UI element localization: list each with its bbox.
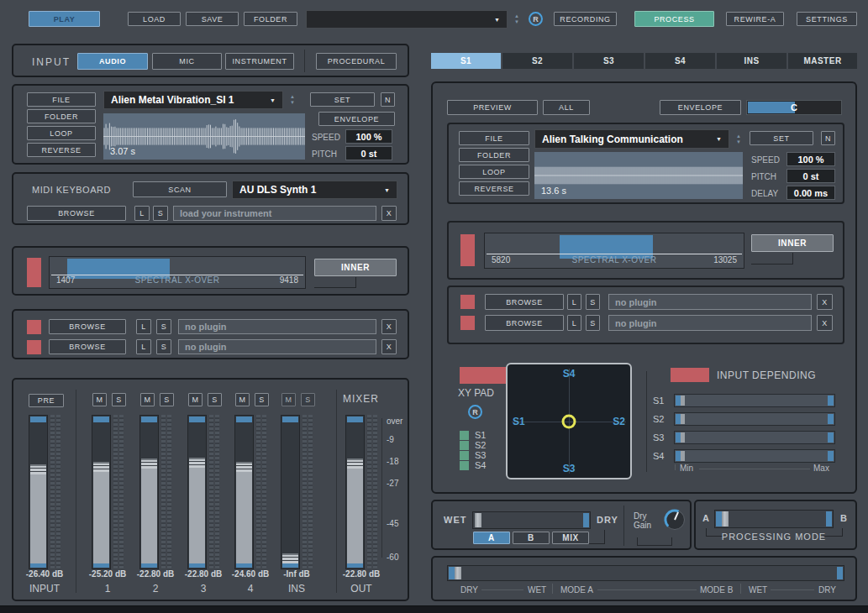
set-button[interactable]: SET [310,92,375,107]
fader-ins[interactable] [281,415,300,569]
sample-stepper[interactable]: ▲▼ [287,91,298,109]
plugin-s-button[interactable]: S [586,294,600,310]
preset-dropdown[interactable]: ▼ [306,10,508,29]
waveform-display[interactable]: 3.07 s [103,113,305,160]
synth-dropdown[interactable]: AU DLS Synth 1 ▼ [232,181,397,199]
file-button[interactable]: FILE [27,92,96,107]
folder-button[interactable]: FOLDER [27,109,96,123]
solo-button[interactable]: S [160,393,174,406]
rewire-button[interactable]: REWIRE-A [726,12,784,26]
fader-2[interactable] [139,415,159,569]
processing-slider[interactable] [714,510,834,528]
tab-instrument[interactable]: INSTRUMENT [225,53,294,70]
depending-range-s3[interactable] [674,431,835,444]
sample-stepper[interactable]: ▲▼ [733,129,744,149]
xover-enable-indicator[interactable] [460,234,475,266]
loop-button[interactable]: LOOP [459,165,529,179]
slider-handle[interactable] [455,567,461,579]
xy-toggle-s4[interactable] [460,461,469,470]
depending-range-s1[interactable] [674,394,835,407]
fader-input[interactable] [29,415,48,569]
speed-value[interactable]: 100 % [786,152,835,166]
play-button[interactable]: PLAY [29,11,100,27]
dry-gain-knob[interactable] [662,507,687,532]
fader-1[interactable] [92,415,111,569]
load-button[interactable]: LOAD [128,12,181,26]
folder-button[interactable]: FOLDER [244,12,297,26]
envelope-button[interactable]: ENVELOPE [660,100,741,115]
tab-s2[interactable]: S2 [502,53,572,69]
reverse-button[interactable]: REVERSE [459,181,529,196]
reverse-button[interactable]: REVERSE [27,143,96,157]
xy-toggle-s1[interactable] [460,431,469,440]
load-button-l[interactable]: L [134,206,150,221]
solo-button[interactable]: S [301,393,315,406]
xy-toggle-s3[interactable] [460,451,469,460]
tab-mic[interactable]: MIC [152,53,222,70]
inner-button[interactable]: INNER [751,234,834,252]
set-button[interactable]: SET [750,131,813,145]
solo-button[interactable]: S [208,393,222,406]
n-button[interactable]: N [821,131,835,145]
browse-plugin-button[interactable]: BROWSE [49,319,126,334]
speed-value[interactable]: 100 % [345,129,392,144]
mix-button[interactable]: MIX [552,532,589,544]
plugin-slot[interactable]: no plugin [608,315,812,331]
plugin-s-button[interactable]: S [156,339,171,354]
solo-button[interactable]: S [255,393,269,406]
plugin-slot[interactable]: no plugin [178,319,376,334]
clear-plugin-button[interactable]: X [817,315,833,331]
plugin-enable-indicator[interactable] [27,340,41,354]
plugin-enable-indicator[interactable] [460,295,475,309]
depending-range-s2[interactable] [674,412,835,426]
fader-4[interactable] [234,415,254,569]
pitch-value[interactable]: 0 st [786,169,835,183]
xover-enable-indicator[interactable] [27,258,41,287]
scan-button[interactable]: SCAN [133,181,227,197]
xy-cursor[interactable] [562,414,576,428]
plugin-enable-indicator[interactable] [27,320,41,334]
mode-a-button[interactable]: A [473,532,510,544]
process-button[interactable]: PROCESS [634,11,714,27]
browse-plugin-button[interactable]: BROWSE [49,339,126,354]
record-automation-button[interactable]: R [529,12,543,26]
envelope-button[interactable]: ENVELOPE [318,112,395,126]
plugin-l-button[interactable]: L [136,339,151,354]
depending-range-s4[interactable] [674,449,835,463]
tab-ins[interactable]: INS [717,53,786,69]
mute-button[interactable]: M [92,393,107,406]
clear-plugin-button[interactable]: X [381,319,397,334]
xy-toggle-s2[interactable] [460,441,469,450]
waveform-display[interactable]: 13.6 s [534,152,743,199]
browse-plugin-button[interactable]: BROWSE [485,294,564,310]
morph-slider[interactable] [447,565,844,581]
plugin-s-button[interactable]: S [156,319,171,334]
procedural-button[interactable]: PROCEDURAL [316,53,397,70]
xy-record-button[interactable]: R [468,405,482,419]
plugin-l-button[interactable]: L [567,315,581,331]
sample-dropdown[interactable]: Alien Metal Vibration_SI 1 ▼ [103,91,283,109]
preset-stepper[interactable]: ▲▼ [511,10,523,29]
slider-handle[interactable] [475,513,481,527]
delay-value[interactable]: 0.00 ms [786,186,835,200]
browse-plugin-button[interactable]: BROWSE [485,315,564,331]
save-button-s[interactable]: S [153,206,168,221]
folder-button[interactable]: FOLDER [459,148,529,162]
plugin-l-button[interactable]: L [136,319,151,334]
fader-out[interactable] [345,415,365,569]
clear-instrument-button[interactable]: X [381,206,397,221]
xover-range-slider[interactable]: 1407 SPECTRAL X-OVER 9418 [49,256,306,289]
xy-enable-indicator[interactable] [460,367,506,384]
pre-button[interactable]: PRE [29,394,64,407]
preview-button[interactable]: PREVIEW [447,100,538,115]
recording-button[interactable]: RECORDING [554,12,617,26]
settings-button[interactable]: SETTINGS [797,12,857,26]
clear-plugin-button[interactable]: X [381,339,397,354]
file-button[interactable]: FILE [459,131,529,145]
tab-audio[interactable]: AUDIO [77,53,148,70]
tab-s3[interactable]: S3 [574,53,644,69]
n-button[interactable]: N [381,92,395,107]
wet-dry-slider[interactable] [472,511,591,529]
xover-range-slider[interactable]: 5820 SPECTRAL X-OVER 13025 [484,233,744,269]
loop-button[interactable]: LOOP [27,126,96,140]
